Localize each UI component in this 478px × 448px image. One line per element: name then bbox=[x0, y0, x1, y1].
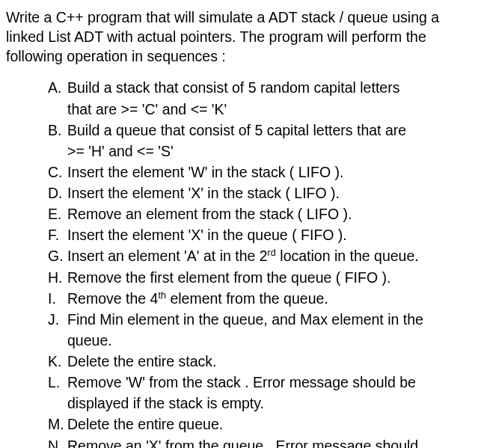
item-i: I. Remove the 4th element from the queue… bbox=[48, 289, 468, 308]
item-a-letter: A. bbox=[48, 78, 66, 97]
item-j-text: Find Min element in the queue, and Max e… bbox=[66, 310, 468, 329]
item-a-text: Build a stack that consist of 5 random c… bbox=[66, 78, 468, 97]
item-j-cont: queue. bbox=[48, 331, 468, 350]
item-i-text: Remove the 4th element from the queue. bbox=[66, 289, 468, 308]
item-j: J. Find Min element in the queue, and Ma… bbox=[48, 310, 468, 329]
item-l: L. Remove 'W' from the stack . Error mes… bbox=[48, 372, 468, 392]
item-a: A. Build a stack that consist of 5 rando… bbox=[48, 78, 468, 97]
item-m-letter: M. bbox=[48, 414, 66, 434]
item-n-text: Remove an 'X' from the queue . Error mes… bbox=[66, 436, 468, 449]
item-g-letter: G. bbox=[48, 246, 66, 266]
item-d-text: Insert the element 'X' in the stack ( LI… bbox=[66, 183, 468, 203]
item-m: M. Delete the entire queue. bbox=[48, 414, 468, 434]
item-b-letter: B. bbox=[48, 120, 66, 140]
item-c-letter: C. bbox=[48, 162, 66, 182]
item-i-letter: I. bbox=[48, 289, 66, 308]
item-e: E. Remove an element from the stack ( LI… bbox=[48, 204, 468, 224]
item-k: K. Delete the entire stack. bbox=[48, 352, 468, 371]
item-h-letter: H. bbox=[48, 268, 66, 287]
item-n: N. Remove an 'X' from the queue . Error … bbox=[48, 436, 468, 449]
item-h: H. Remove the first element from the que… bbox=[48, 268, 468, 287]
item-c-text: Insert the element 'W' in the stack ( LI… bbox=[66, 162, 468, 182]
intro-paragraph: Write a C++ program that will simulate a… bbox=[6, 7, 468, 66]
item-f-text: Insert the element 'X' in the queue ( FI… bbox=[66, 225, 468, 245]
item-j-letter: J. bbox=[48, 310, 66, 329]
item-g: G. Insert an element 'A' at in the 2rd l… bbox=[48, 246, 468, 266]
item-l-letter: L. bbox=[48, 372, 66, 392]
item-k-letter: K. bbox=[48, 352, 66, 371]
item-m-text: Delete the entire queue. bbox=[66, 414, 468, 434]
item-e-text: Remove an element from the stack ( LIFO … bbox=[66, 204, 468, 224]
operation-list: A. Build a stack that consist of 5 rando… bbox=[6, 78, 468, 448]
item-a-cont: that are >= 'C' and <= 'K' bbox=[48, 99, 468, 119]
item-b-cont: >= 'H' and <= 'S' bbox=[48, 141, 468, 161]
item-k-text: Delete the entire stack. bbox=[66, 352, 468, 371]
item-h-text: Remove the first element from the queue … bbox=[66, 268, 468, 287]
item-g-text: Insert an element 'A' at in the 2rd loca… bbox=[66, 246, 468, 266]
item-l-text: Remove 'W' from the stack . Error messag… bbox=[66, 372, 468, 392]
item-f-letter: F. bbox=[48, 225, 66, 245]
item-l-cont: displayed if the stack is empty. bbox=[48, 393, 468, 413]
item-b-text: Build a queue that consist of 5 capital … bbox=[66, 120, 468, 140]
item-c: C. Insert the element 'W' in the stack (… bbox=[48, 162, 468, 182]
item-d-letter: D. bbox=[48, 183, 66, 203]
item-e-letter: E. bbox=[48, 204, 66, 224]
item-n-letter: N. bbox=[48, 436, 66, 449]
item-f: F. Insert the element 'X' in the queue (… bbox=[48, 225, 468, 245]
item-b: B. Build a queue that consist of 5 capit… bbox=[48, 120, 468, 140]
item-d: D. Insert the element 'X' in the stack (… bbox=[48, 183, 468, 203]
